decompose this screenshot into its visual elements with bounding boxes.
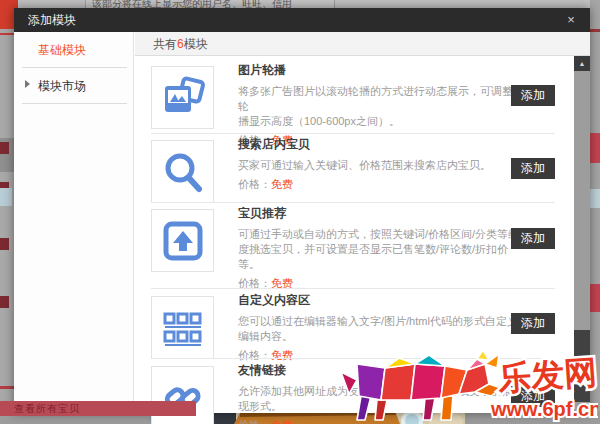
price-label: 价格： — [238, 419, 271, 424]
count-suffix: 模块 — [184, 37, 208, 51]
background-page-right — [590, 0, 600, 424]
sidebar-item-module-market[interactable]: 模块市场 — [14, 68, 133, 103]
view-all-items-bar[interactable]: 查看所有宝贝 — [0, 401, 196, 416]
dialog-title: 添加模块 — [28, 8, 76, 32]
module-price: 价格：免费 — [238, 177, 520, 192]
module-price: 价格：免费 — [238, 418, 520, 424]
background-divider — [0, 33, 14, 35]
row-divider — [151, 288, 555, 289]
price-value: 免费 — [271, 349, 293, 361]
row-divider — [151, 202, 555, 203]
chevron-right-icon — [25, 80, 30, 88]
add-module-dialog: 添加模块 × 基础模块 模块市场 共有6模块 — [14, 8, 590, 413]
module-description: 可通过手动或自动的方式，按照关键词/价格区间/分类等维 度挑选宝贝，并可设置是否… — [238, 227, 520, 272]
background-red-banner-fragment — [590, 133, 600, 163]
module-price: 价格：免费 — [238, 348, 520, 363]
sidebar-item-label: 基础模块 — [38, 43, 86, 57]
price-label: 价格： — [238, 178, 271, 190]
module-info: 搜索店内宝贝 买家可通过输入关键词、价格范围来搜索店内宝贝。 价格：免费 — [238, 136, 520, 192]
module-title: 宝贝推荐 — [238, 205, 520, 222]
module-category-sidebar: 基础模块 模块市场 — [14, 32, 134, 413]
module-title: 友情链接 — [238, 362, 520, 379]
row-divider — [151, 358, 555, 359]
add-button[interactable]: 添加 — [511, 228, 555, 249]
grid-icon — [151, 296, 214, 359]
background-image-fragment — [590, 189, 600, 208]
background-page-left — [0, 0, 14, 424]
sidebar-item-basic-modules[interactable]: 基础模块 — [14, 32, 133, 67]
add-button[interactable]: 添加 — [511, 158, 555, 179]
count-number: 6 — [177, 37, 184, 51]
background-image-fragment — [0, 188, 12, 206]
count-prefix: 共有 — [153, 37, 177, 51]
module-info: 友情链接 允许添加其他网址成为友情店铺，可选择图片或文字的展 现形式。 价格：免… — [238, 362, 520, 424]
add-button[interactable]: 添加 — [511, 85, 555, 106]
add-button[interactable]: 添加 — [511, 313, 555, 334]
module-description: 允许添加其他网址成为友情店铺，可选择图片或文字的展 现形式。 — [238, 384, 520, 414]
search-icon — [151, 140, 214, 203]
price-value: 免费 — [271, 419, 293, 424]
background-text-fragment — [0, 142, 9, 154]
row-divider — [151, 133, 555, 134]
dialog-header: 添加模块 × — [14, 8, 590, 32]
sidebar-item-label: 模块市场 — [38, 79, 86, 93]
sidebar-divider — [22, 103, 127, 104]
close-icon[interactable]: × — [562, 8, 580, 32]
background-text-fragment — [0, 296, 9, 308]
module-count-bar: 共有6模块 — [135, 32, 590, 56]
module-list-panel: 共有6模块 图片轮播 将多张广告图片以滚动轮播的方式进行动态展示，可调整轮 播显… — [135, 32, 590, 413]
arrow-up-icon — [151, 209, 214, 272]
module-title: 图片轮播 — [238, 62, 520, 79]
scrollbar[interactable]: ▲ — [574, 56, 590, 413]
module-description: 将多张广告图片以滚动轮播的方式进行动态展示，可调整轮 播显示高度（100-600… — [238, 84, 520, 129]
background-divider — [590, 29, 600, 32]
add-button[interactable]: 添加 — [511, 386, 555, 407]
carousel-icon — [151, 66, 214, 129]
background-text-fragment — [0, 238, 9, 250]
module-title: 搜索店内宝贝 — [238, 136, 520, 153]
scrollbar-thumb[interactable] — [574, 330, 590, 402]
module-info: 自定义内容区 您可以通过在编辑器输入文字/图片/html代码的形式自定义 编辑内… — [238, 292, 520, 363]
price-value: 免费 — [271, 178, 293, 190]
module-info: 宝贝推荐 可通过手动或自动的方式，按照关键词/价格区间/分类等维 度挑选宝贝，并… — [238, 205, 520, 291]
background-red-banner-fragment — [590, 284, 600, 312]
background-divider — [0, 386, 14, 389]
module-title: 自定义内容区 — [238, 292, 520, 309]
scroll-up-button[interactable]: ▲ — [574, 56, 590, 71]
module-description: 您可以通过在编辑器输入文字/图片/html代码的形式自定义 编辑内容。 — [238, 314, 520, 344]
price-label: 价格： — [238, 349, 271, 361]
module-description: 买家可通过输入关键词、价格范围来搜索店内宝贝。 — [238, 158, 520, 173]
